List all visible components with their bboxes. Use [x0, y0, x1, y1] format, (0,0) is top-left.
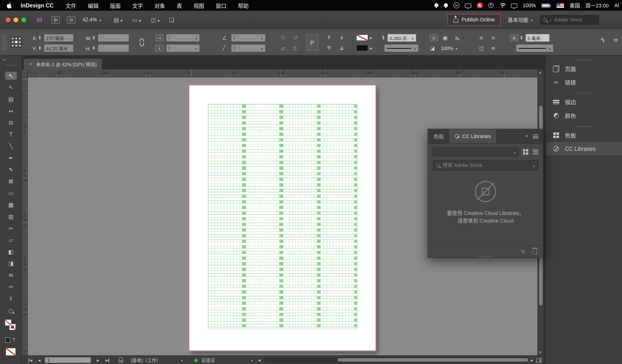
horizontal-ruler[interactable]: 150 100 50 0 50 100 150 200 250 300 350 — [28, 69, 538, 77]
notification-bell-icon[interactable] — [434, 3, 438, 7]
align-justify-icon[interactable]: ≡ — [491, 46, 495, 51]
close-tab-icon[interactable]: × — [29, 61, 32, 67]
stroke-color-swatch[interactable] — [356, 35, 368, 41]
panel-menu-icon[interactable] — [533, 134, 538, 138]
line-type-dropdown[interactable] — [516, 44, 554, 52]
preflight-status-caret[interactable] — [251, 358, 253, 363]
menu-edit[interactable]: 编辑 — [88, 1, 98, 9]
library-search-field[interactable] — [433, 160, 529, 171]
fill-color-swatch[interactable] — [356, 45, 368, 51]
page-curl-icon[interactable]: ❏ — [169, 17, 174, 23]
line-tool[interactable]: ╲ — [0, 140, 22, 152]
dock-item-swatches[interactable]: 色板 — [546, 129, 622, 142]
align-left-icon[interactable]: ≡ — [479, 35, 484, 40]
screen-mode-dropdown[interactable]: ▭ — [132, 17, 141, 23]
horizontal-grid-tool[interactable]: ▦ — [0, 199, 22, 211]
h-stepper[interactable] — [93, 45, 95, 50]
menu-window[interactable]: 窗口 — [216, 1, 227, 9]
constrain-proportions-icon[interactable] — [139, 38, 144, 46]
dock-item-stroke[interactable]: 描边 — [546, 95, 622, 109]
vertical-ruler[interactable]: 0 50 100 150 200 250 3 — [22, 77, 28, 355]
dock-item-pages[interactable]: 页面 — [546, 62, 622, 76]
panel-grip[interactable] — [3, 35, 6, 50]
gap-tool[interactable]: ↔ — [0, 105, 22, 117]
menu-file[interactable]: 文件 — [66, 1, 76, 9]
stroke-weight-field[interactable]: 0.283 点 — [387, 34, 416, 42]
rotation-angle-field[interactable] — [231, 34, 266, 42]
view-options-dropdown[interactable]: ▤ — [114, 17, 122, 23]
rectangle-tool[interactable]: ▭ — [0, 187, 22, 199]
first-page-button[interactable] — [29, 358, 32, 362]
split-window-icon[interactable] — [536, 358, 542, 362]
panel-resize-grip[interactable] — [478, 256, 493, 257]
zoom-level-dropdown[interactable]: 42.4% — [82, 17, 102, 22]
library-search-scope-dropdown[interactable] — [529, 160, 538, 171]
corner-options-icon[interactable]: ▣ — [443, 35, 447, 40]
list-view-icon[interactable] — [533, 150, 538, 150]
publish-online-button[interactable]: Publish Online — [448, 14, 501, 26]
delete-library-icon[interactable] — [533, 249, 537, 254]
display-settings-icon[interactable] — [511, 3, 517, 8]
previous-page-button[interactable] — [38, 358, 40, 362]
scroll-left-arrow[interactable] — [258, 358, 260, 362]
bring-to-front-button[interactable]: ⇈ — [327, 46, 331, 51]
input-source-label[interactable]: 美国 — [570, 2, 580, 9]
library-select-dropdown[interactable] — [433, 147, 519, 156]
flip-horizontal-button[interactable]: ⇄ — [281, 46, 285, 51]
menu-object[interactable]: 对象 — [155, 1, 165, 9]
scissors-tool[interactable]: ✂ — [0, 222, 22, 234]
close-window-button[interactable] — [5, 17, 10, 22]
send-to-back-button[interactable]: ⇊ — [340, 46, 344, 51]
color-theme-tool[interactable]: ✑ — [0, 281, 22, 293]
horizontal-scroll-thumb[interactable] — [338, 358, 528, 362]
document-tab[interactable]: × 未命名-1 @ 42% [GPU 预览] — [24, 58, 102, 69]
stock-search-input[interactable] — [554, 17, 596, 22]
shear-angle-field[interactable] — [231, 44, 266, 52]
next-page-button[interactable] — [97, 358, 99, 362]
page-tool[interactable]: ▤ — [0, 93, 22, 105]
tab-cc-libraries[interactable]: CC Libraries — [449, 129, 496, 143]
pen-tool[interactable]: ✒ — [0, 152, 22, 164]
vertical-grid-tool[interactable]: ▥ — [0, 211, 22, 222]
type-tool[interactable]: T — [0, 129, 22, 140]
scale-x-field[interactable] — [166, 34, 200, 42]
scroll-up-arrow[interactable] — [539, 71, 541, 74]
frame-tool[interactable]: ⊠ — [0, 175, 22, 187]
creative-cloud-icon[interactable] — [453, 2, 459, 8]
formatting-affects-text-icon[interactable]: T — [13, 337, 15, 342]
preflight-profile-caret[interactable] — [181, 358, 183, 363]
rotate-ccw-button[interactable]: ↺ — [293, 35, 298, 41]
y-stepper[interactable] — [39, 45, 41, 50]
search-scope-caret[interactable] — [549, 17, 552, 22]
menu-help[interactable]: 帮助 — [238, 1, 249, 9]
menu-bar-clock[interactable]: 周一23:00 — [585, 2, 609, 9]
zoom-window-button[interactable] — [21, 17, 26, 22]
scroll-right-arrow[interactable] — [531, 358, 533, 362]
effects-button[interactable]: fx. — [455, 36, 460, 41]
bring-forward-button[interactable]: ↟ — [327, 35, 331, 40]
opacity-dropdown[interactable]: 100% — [441, 46, 458, 51]
tools-panel-grip[interactable] — [5, 65, 17, 66]
apply-none-swatch[interactable] — [5, 348, 16, 356]
scroll-down-arrow[interactable] — [539, 351, 541, 354]
menu-layout[interactable]: 版面 — [110, 1, 121, 9]
workspace-switcher[interactable]: 基本功能 — [508, 16, 533, 23]
horizontal-scrollbar[interactable] — [264, 357, 528, 362]
dock-item-color[interactable]: 颜色 — [546, 109, 622, 122]
minimize-window-button[interactable] — [13, 17, 18, 22]
stroke-style-dropdown[interactable] — [384, 44, 419, 52]
us-flag-icon[interactable] — [556, 3, 564, 8]
send-backward-button[interactable]: ↡ — [340, 35, 344, 40]
tab-swatches[interactable]: 色板 — [428, 129, 449, 143]
red-app-menu-icon[interactable] — [477, 2, 483, 8]
library-search-input[interactable] — [443, 163, 526, 168]
stroke-swatch[interactable] — [9, 324, 16, 331]
battery-icon[interactable] — [541, 3, 550, 7]
grid-view-icon[interactable] — [523, 149, 525, 151]
y-value-field[interactable]: 44.25 毫米 — [44, 44, 74, 52]
gradient-swatch-tool[interactable]: ◧ — [0, 246, 22, 258]
apple-menu-icon[interactable] — [6, 2, 12, 8]
w-stepper[interactable] — [93, 35, 95, 40]
menu-table[interactable]: 表 — [176, 1, 182, 9]
ruler-origin-corner[interactable] — [22, 69, 28, 77]
